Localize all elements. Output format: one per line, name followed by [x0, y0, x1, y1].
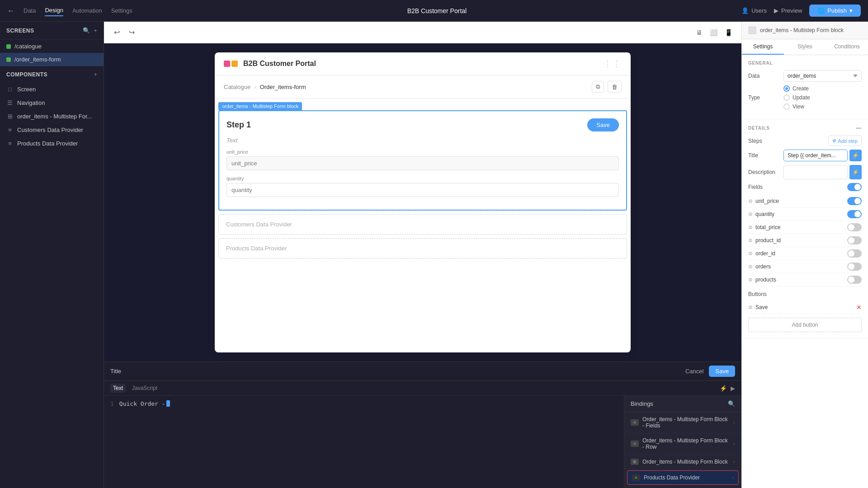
form-block: Step 1 Save Text unit_price quantity [218, 110, 627, 211]
field-input-unit-price[interactable] [226, 156, 619, 170]
screen-label: /catalogue [14, 43, 42, 50]
radio-create[interactable]: Create [783, 85, 862, 92]
field-text-placeholder: Text [226, 137, 619, 144]
binding-item-fields[interactable]: ≡ Order_items - Multistep Form Block - F… [624, 412, 741, 433]
editor-tabs: Text JavaScript ⚡ ▶ [104, 381, 741, 396]
details-section: DETAILS — Steps ⊕ Add step Title ⚡ Descr… [742, 119, 868, 338]
details-section-label: DETAILS [748, 126, 770, 131]
field-toggle-total-price[interactable] [847, 223, 862, 231]
binding-item-row[interactable]: ≡ Order_items - Multistep Form Block - R… [624, 433, 741, 455]
description-input[interactable] [783, 165, 848, 179]
field-name-order-id: ⚙ order_id [748, 250, 775, 257]
data-provider-customers: Customers Data Provider [218, 214, 627, 235]
gear-icon-save[interactable]: ⚙ [748, 305, 753, 310]
field-toggle-order-id[interactable] [847, 249, 862, 258]
data-select[interactable]: order_items [783, 70, 862, 82]
editor-tab-text[interactable]: Text [110, 384, 126, 393]
users-action[interactable]: 👤 Users [741, 7, 767, 14]
right-panel-title: order_items - Multistep Form block [760, 27, 844, 33]
delete-button[interactable]: 🗑 [608, 81, 622, 93]
description-row-label: Description [748, 169, 780, 175]
screen-label-active: /order_items-form [14, 56, 61, 63]
tab-automation[interactable]: Automation [72, 5, 102, 16]
tablet-view-button[interactable]: ⬜ [708, 27, 719, 38]
component-navigation[interactable]: ☰ Navigation [0, 96, 104, 109]
remove-save-button[interactable]: ✕ [856, 304, 862, 311]
fields-toggle[interactable] [847, 183, 862, 191]
title-input[interactable] [783, 150, 848, 161]
publish-button[interactable]: 🌐 Publish ▾ [809, 5, 861, 17]
binding-fields-arrow: › [733, 419, 735, 426]
binding-item-block[interactable]: ⊞ Order_items - Multistep Form Block › [624, 455, 741, 469]
code-content-1: Quick Order - [119, 400, 165, 407]
back-button[interactable]: ← [7, 7, 14, 15]
binding-fields-label: Order_items - Multistep Form Block - Fie… [642, 416, 730, 429]
step-header: Step 1 Save [226, 118, 619, 131]
step-save-button[interactable]: Save [587, 118, 619, 131]
screen-item-order-items[interactable]: /order_items-form [0, 53, 104, 66]
add-button-button[interactable]: Add button [748, 318, 862, 332]
radio-update[interactable]: Update [783, 94, 862, 101]
lightning-icon[interactable]: ⚡ [720, 385, 727, 392]
preview-action[interactable]: ▶ Preview [774, 7, 802, 14]
screens-header: Screens 🔍 + [0, 22, 104, 40]
gear-icon-unit-price[interactable]: ⚙ [748, 198, 753, 204]
mobile-view-button[interactable]: 📱 [723, 27, 734, 38]
tab-design[interactable]: Design [45, 5, 63, 16]
customers-component-icon: ≡ [6, 126, 14, 133]
binding-block-arrow: › [733, 459, 735, 465]
gear-icon-product-id[interactable]: ⚙ [748, 238, 753, 244]
editor-tab-js[interactable]: JavaScript [129, 384, 160, 393]
play-icon[interactable]: ▶ [731, 385, 735, 392]
add-step-button[interactable]: ⊕ Add step [828, 136, 862, 146]
field-input-quantity[interactable] [226, 183, 619, 197]
copy-button[interactable]: ⧉ [592, 81, 604, 93]
buttons-section-label: Buttons [748, 291, 767, 297]
redo-button[interactable]: ↪ [126, 26, 137, 38]
app-frame: B2B Customer Portal ⋮⋮ Catalogue › Order… [215, 52, 631, 352]
screen-item-catalogue[interactable]: /catalogue [0, 40, 104, 53]
add-component-icon[interactable]: + [94, 71, 97, 78]
users-label: Users [751, 7, 767, 14]
gear-icon-order-id[interactable]: ⚙ [748, 251, 753, 257]
tab-data[interactable]: Data [24, 5, 36, 16]
field-toggle-products[interactable] [847, 276, 862, 284]
description-lightning-button[interactable]: ⚡ [849, 165, 862, 179]
desktop-view-button[interactable]: 🖥 [694, 27, 704, 38]
add-screen-icon[interactable]: + [94, 27, 97, 34]
gear-icon-products[interactable]: ⚙ [748, 277, 753, 283]
tab-settings[interactable]: Settings [111, 5, 132, 16]
field-toggle-orders[interactable] [847, 263, 862, 271]
breadcrumb-catalogue[interactable]: Catalogue [224, 84, 250, 90]
component-multistep[interactable]: ⊞ order_items - Multistep For... ··· [0, 109, 104, 123]
gear-icon-total-price[interactable]: ⚙ [748, 225, 753, 230]
gear-icon-quantity[interactable]: ⚙ [748, 211, 753, 217]
binding-item-customers[interactable]: ≡ Customers Data Provider › [624, 486, 741, 488]
field-name-quantity: ⚙ quantity [748, 211, 774, 217]
app-title: B2B Customer Portal [143, 7, 731, 14]
component-customers[interactable]: ≡ Customers Data Provider [0, 123, 104, 136]
editor-save-button[interactable]: Save [709, 366, 735, 377]
undo-button[interactable]: ↩ [111, 26, 123, 38]
search-icon[interactable]: 🔍 [83, 27, 90, 34]
binding-block-icon: ⊞ [631, 459, 639, 465]
binding-item-products[interactable]: ≡ Products Data Provider › [627, 470, 739, 485]
field-toggle-unit-price[interactable] [847, 197, 862, 205]
field-group-quantity: quantity [226, 176, 619, 197]
customers-provider-label: Customers Data Provider [226, 221, 292, 228]
field-toggle-product-id[interactable] [847, 236, 862, 244]
component-screen[interactable]: □ Screen [0, 82, 104, 96]
collapse-icon[interactable]: — [856, 125, 862, 131]
bindings-search-icon[interactable]: 🔍 [728, 400, 735, 407]
editor-cancel-button[interactable]: Cancel [685, 368, 703, 375]
title-lightning-button[interactable]: ⚡ [849, 150, 862, 161]
radio-view[interactable]: View [783, 103, 862, 110]
field-toggle-quantity[interactable] [847, 210, 862, 218]
right-tab-settings[interactable]: Settings [742, 39, 784, 55]
component-products[interactable]: ≡ Products Data Provider [0, 136, 104, 150]
screen-dot-active [6, 57, 11, 62]
right-tab-styles[interactable]: Styles [784, 39, 826, 55]
gear-icon-orders[interactable]: ⚙ [748, 264, 753, 270]
right-tab-conditions[interactable]: Conditions [826, 39, 868, 55]
breadcrumb-order-items[interactable]: Order_items-form [260, 84, 306, 90]
